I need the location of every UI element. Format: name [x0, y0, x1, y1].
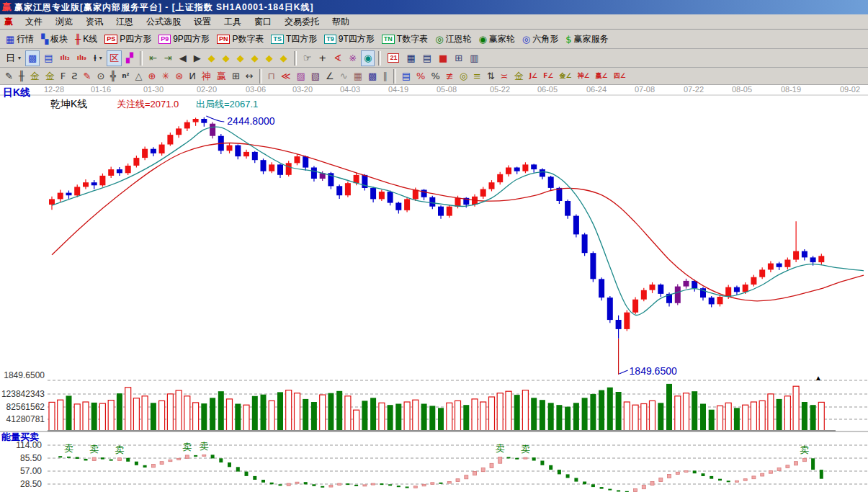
f-grid-tool[interactable]: F [58, 69, 68, 84]
quote-button[interactable]: ▦行情 [3, 31, 37, 47]
first-page-button[interactable]: ⇤ [146, 50, 160, 66]
sell-signal: 卖 [496, 443, 505, 454]
five-grid-tool[interactable]: Ƨ [69, 69, 79, 84]
dark-box-tool[interactable]: ▧ [309, 69, 322, 84]
t-square-button[interactable]: TST四方形 [268, 31, 320, 47]
golden-line-tool[interactable]: ≡ [471, 69, 483, 84]
n-square-tool[interactable]: n² [120, 69, 131, 84]
band-ruler-tool[interactable]: ≍ [498, 69, 511, 84]
percent-down-tool[interactable]: % [414, 69, 427, 84]
percent-tool[interactable]: % [429, 69, 442, 84]
prev-page-button[interactable]: ◀ [176, 50, 189, 66]
grid-dense-tool[interactable]: ╬ [108, 69, 118, 84]
four-angle-tool[interactable]: 四∠ [612, 69, 628, 84]
chart-canvas[interactable]: 12-2801-1601-3002-2003-0603-2004-0304-19… [0, 85, 868, 492]
protractor-button[interactable]: ∢ [331, 50, 344, 66]
menu-item-7[interactable]: 窗口 [248, 14, 278, 30]
brain-analysis-button[interactable]: ◉ [361, 50, 375, 66]
rect-measure-tool[interactable]: ⊓ [266, 69, 277, 84]
spider-grid-tool[interactable]: ⊛ [173, 69, 185, 84]
save-button[interactable]: ■ [436, 50, 450, 66]
p-number-button[interactable]: PNP数字表 [214, 31, 267, 47]
golden-angle-tool[interactable]: 金∠ [557, 69, 573, 84]
notepad-button[interactable]: ▤ [420, 50, 434, 66]
golden-ruler-tool[interactable]: 金 [512, 69, 526, 84]
gann-wheel-button[interactable]: ◎江恩轮 [432, 31, 474, 47]
shaded-box-tool[interactable]: ▨ [295, 69, 308, 84]
print-button[interactable]: ▥ [467, 50, 481, 66]
gann-diamond-expand-button[interactable]: ◆ [249, 50, 261, 66]
shen-angle-tool[interactable]: 神∠ [575, 69, 591, 84]
export-button[interactable]: ⊞ [452, 50, 465, 66]
last-page-button[interactable]: ⇥ [161, 50, 175, 66]
winner-wheel-button[interactable]: ◉赢家轮 [475, 31, 517, 47]
shen-grid-tool[interactable]: 神 [200, 69, 213, 84]
candle-style-dropdown[interactable]: Ɨ▾ [91, 50, 105, 66]
span-arrow-tool[interactable]: ↔ [243, 69, 256, 84]
app-window: { "window": { "logo": "赢", "title": "赢家江… [0, 0, 868, 492]
pencil-tool[interactable]: ✎ [3, 69, 15, 84]
golden-grid-tool-2[interactable]: 金 [43, 69, 57, 84]
trend-line-tool[interactable]: ∠ [323, 69, 336, 84]
next-page-button[interactable]: ▶ [191, 50, 204, 66]
kline-button[interactable]: ╫K线 [72, 31, 100, 47]
kline-chart[interactable]: 12-2801-1601-3002-2003-0603-2004-0304-19… [0, 85, 868, 492]
gann-diamond-cross-button[interactable]: ◆ [263, 50, 276, 66]
color-chart-button[interactable]: ▞ [123, 50, 136, 66]
p-square-button[interactable]: PSP四方形 [102, 31, 154, 47]
gann-diamond-horizontal-button[interactable]: ◆ [234, 50, 247, 66]
gann-diamond-star-button[interactable]: ◆ [277, 50, 290, 66]
circle-compass-tool[interactable]: ⊙ [94, 69, 107, 84]
grid-dark-tool[interactable]: ▩ [366, 69, 379, 84]
hand-tool-button[interactable]: ☞ [300, 50, 315, 66]
menu-item-0[interactable]: 文件 [19, 14, 49, 30]
measure-flag-tool[interactable]: ⇅ [485, 69, 497, 84]
golden-circle-tool[interactable]: ◎ [457, 69, 470, 84]
menu-item-5[interactable]: 设置 [187, 14, 218, 30]
spider-web-tool[interactable]: ✳ [159, 69, 171, 84]
crosshair-circle-tool[interactable]: ⊕ [146, 69, 158, 84]
win-angle-tool[interactable]: 赢∠ [594, 69, 610, 84]
hexagon-button[interactable]: ◎六角形 [519, 31, 561, 47]
qiankun-kline-button[interactable]: 区 [107, 50, 122, 66]
wave3-button[interactable]: ılı₃ [58, 50, 73, 66]
winner-service-button[interactable]: $赢家服务 [563, 31, 611, 47]
zigzag-tool[interactable]: ∿ [338, 69, 350, 84]
period-day-dropdown[interactable]: 日▾ [3, 50, 24, 66]
wave-mark-tool[interactable]: И [187, 69, 198, 84]
gann-diamond-right-button[interactable]: ◆ [220, 50, 233, 66]
fan-lines-tool[interactable]: ≪ [279, 69, 293, 84]
angle-measure-tool[interactable]: △ [133, 69, 144, 84]
info-list-button[interactable]: ▤ [41, 50, 55, 66]
gann-grid-tool[interactable]: ╫ [17, 69, 27, 84]
j-angle-tool[interactable]: J∠ [527, 69, 540, 84]
number-grid-tool[interactable]: ⊞ [230, 69, 242, 84]
magic-tool-button-icon: ※ [349, 53, 357, 63]
sector-button[interactable]: ▚板块 [38, 31, 71, 47]
menu-item-8[interactable]: 交易委托 [278, 14, 326, 30]
crosshair-button[interactable]: + [316, 50, 329, 66]
golden-grid-tool-1[interactable]: 金 [28, 69, 42, 84]
menu-item-1[interactable]: 浏览 [49, 14, 79, 30]
f-angle-tool[interactable]: F∠ [541, 69, 555, 84]
wave9-button[interactable]: ılı₉ [74, 50, 89, 66]
percent-line-tool[interactable]: ≢ [444, 69, 456, 84]
menu-item-2[interactable]: 资讯 [79, 14, 109, 30]
region-zoom-button[interactable]: ▩ [25, 50, 40, 66]
calculator-button[interactable]: ▦ [403, 50, 418, 66]
parallel-lines-tool[interactable]: ∥ [380, 69, 390, 84]
win-grid-tool[interactable]: 赢 [215, 69, 228, 84]
grid-square-tool[interactable]: ▦ [352, 69, 364, 84]
magic-tool-button[interactable]: ※ [346, 50, 359, 66]
menu-item-9[interactable]: 帮助 [326, 14, 356, 30]
menu-item-4[interactable]: 公式选股 [140, 14, 187, 30]
t-number-button[interactable]: TNT数字表 [379, 31, 431, 47]
calendar-button[interactable]: 21 [385, 50, 402, 66]
menu-item-3[interactable]: 江恩 [109, 14, 140, 30]
stat-panel-tool[interactable]: ▤ [400, 69, 413, 84]
pencil-ruler-tool[interactable]: ✎ [81, 69, 93, 84]
t9-square-button[interactable]: T99T四方形 [321, 31, 377, 47]
p9-square-button[interactable]: P99P四方形 [156, 31, 212, 47]
menu-item-6[interactable]: 工具 [218, 14, 248, 30]
gann-diamond-left-button[interactable]: ◆ [205, 50, 218, 66]
